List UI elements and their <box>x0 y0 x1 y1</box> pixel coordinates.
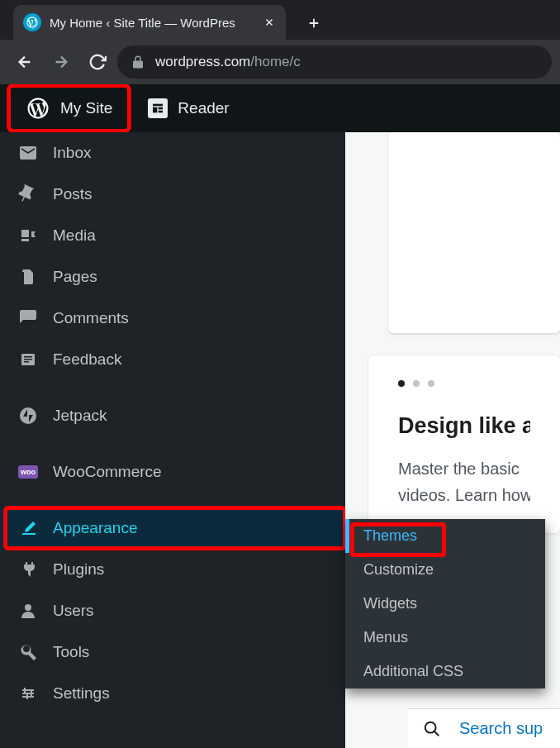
settings-icon <box>18 684 38 703</box>
submenu-item-additional-css[interactable]: Additional CSS <box>345 655 545 688</box>
submenu-label: Widgets <box>363 595 417 612</box>
my-site-label: My Site <box>60 99 112 117</box>
submenu-label: Customize <box>363 561 434 578</box>
submenu-label: Themes <box>363 527 417 544</box>
card-heading: Design like an e <box>398 413 530 439</box>
design-card: Design like an e Master the basic videos… <box>368 355 560 533</box>
sidebar-item-feedback[interactable]: Feedback <box>0 339 345 380</box>
sidebar-item-label: Tools <box>53 643 89 661</box>
reader-label: Reader <box>178 99 229 117</box>
wordpress-favicon <box>23 13 41 31</box>
sidebar-item-label: Inbox <box>53 144 91 162</box>
sidebar-item-inbox[interactable]: Inbox <box>0 132 345 174</box>
submenu-item-menus[interactable]: Menus <box>345 621 545 655</box>
sidebar-item-label: Media <box>53 226 96 245</box>
new-tab-button[interactable] <box>297 7 330 40</box>
sidebar-item-label: WooCommerce <box>53 463 162 481</box>
tab-title: My Home ‹ Site Title — WordPres <box>50 16 254 30</box>
sidebar-item-label: Posts <box>53 185 93 203</box>
forward-button[interactable] <box>45 45 78 79</box>
svg-rect-1 <box>153 107 157 113</box>
sidebar-item-label: Users <box>53 602 94 620</box>
back-button[interactable] <box>8 45 41 79</box>
sidebar-item-media[interactable]: Media <box>0 215 345 256</box>
submenu-label: Additional CSS <box>363 663 463 679</box>
jetpack-icon <box>18 406 38 426</box>
admin-sidebar: Inbox Posts Media Pages Comments Feedbac… <box>0 132 345 748</box>
search-support[interactable]: Search sup <box>408 708 560 748</box>
svg-rect-16 <box>31 691 32 696</box>
feedback-icon <box>18 350 38 369</box>
inbox-icon <box>18 143 38 163</box>
url-text: wordpress.com/home/c <box>155 54 301 70</box>
svg-point-11 <box>25 604 31 611</box>
sidebar-item-label: Settings <box>53 684 110 703</box>
svg-rect-9 <box>24 361 29 363</box>
svg-rect-8 <box>24 359 32 360</box>
woocommerce-icon: woo <box>18 462 38 482</box>
plugins-icon <box>18 560 38 579</box>
sidebar-item-label: Jetpack <box>53 407 107 425</box>
svg-line-19 <box>434 731 439 736</box>
sidebar-item-settings[interactable]: Settings <box>0 673 345 714</box>
media-icon <box>18 226 38 245</box>
sidebar-item-pages[interactable]: Pages <box>0 256 345 298</box>
svg-rect-2 <box>159 107 163 110</box>
svg-rect-0 <box>153 104 163 107</box>
submenu-label: Menus <box>363 629 408 646</box>
card-placeholder <box>388 132 560 334</box>
tools-icon <box>18 642 38 662</box>
svg-point-4 <box>23 231 25 233</box>
card-body-line-1: Master the basic <box>398 455 530 482</box>
dot-1[interactable] <box>398 380 405 387</box>
sidebar-item-label: Plugins <box>53 560 104 579</box>
sidebar-item-tools[interactable]: Tools <box>0 631 345 673</box>
reader-link[interactable]: Reader <box>136 92 240 125</box>
my-site-link[interactable]: My Site <box>14 89 124 127</box>
submenu-item-themes[interactable]: Themes <box>345 519 545 553</box>
sidebar-item-label: Appearance <box>53 519 137 537</box>
sidebar-item-label: Comments <box>53 309 129 327</box>
appearance-submenu: Themes Customize Widgets Menus Additiona… <box>345 519 545 688</box>
svg-rect-15 <box>24 688 26 693</box>
svg-rect-17 <box>26 694 28 699</box>
svg-rect-3 <box>159 111 163 113</box>
sidebar-item-appearance[interactable]: Appearance <box>0 507 345 549</box>
search-icon <box>423 720 441 738</box>
comments-icon <box>18 308 38 328</box>
sidebar-item-jetpack[interactable]: Jetpack <box>0 395 345 436</box>
search-label: Search sup <box>459 719 543 738</box>
sidebar-item-woocommerce[interactable]: woo WooCommerce <box>0 451 345 493</box>
svg-point-10 <box>20 407 36 424</box>
dot-3[interactable] <box>428 380 434 387</box>
carousel-dots[interactable] <box>398 380 530 387</box>
reload-button[interactable] <box>81 45 114 79</box>
tab-close-icon[interactable] <box>263 16 276 29</box>
appearance-icon <box>18 518 38 538</box>
dot-2[interactable] <box>413 380 420 387</box>
users-icon <box>18 601 38 621</box>
pages-icon <box>18 267 38 287</box>
svg-point-18 <box>425 722 436 732</box>
lock-icon <box>131 55 145 69</box>
tab-strip: My Home ‹ Site Title — WordPres <box>0 0 560 40</box>
pushpin-icon <box>18 184 38 204</box>
submenu-item-customize[interactable]: Customize <box>345 553 545 587</box>
card-body-line-2: videos. Learn how <box>398 482 530 508</box>
browser-tab[interactable]: My Home ‹ Site Title — WordPres <box>13 5 286 40</box>
svg-rect-7 <box>24 356 32 358</box>
submenu-item-widgets[interactable]: Widgets <box>345 587 545 621</box>
highlight-my-site: My Site <box>7 83 131 133</box>
sidebar-item-posts[interactable]: Posts <box>0 174 345 215</box>
url-bar[interactable]: wordpress.com/home/c <box>117 45 552 79</box>
reader-icon <box>148 98 168 118</box>
workspace: Inbox Posts Media Pages Comments Feedbac… <box>0 132 560 748</box>
browser-toolbar: wordpress.com/home/c <box>0 40 560 84</box>
sidebar-item-comments[interactable]: Comments <box>0 298 345 339</box>
sidebar-item-plugins[interactable]: Plugins <box>0 549 345 590</box>
sidebar-item-label: Feedback <box>53 350 121 369</box>
wp-admin-bar: My Site Reader <box>0 84 560 132</box>
sidebar-item-label: Pages <box>53 268 97 286</box>
sidebar-item-users[interactable]: Users <box>0 590 345 631</box>
svg-rect-5 <box>21 272 24 284</box>
